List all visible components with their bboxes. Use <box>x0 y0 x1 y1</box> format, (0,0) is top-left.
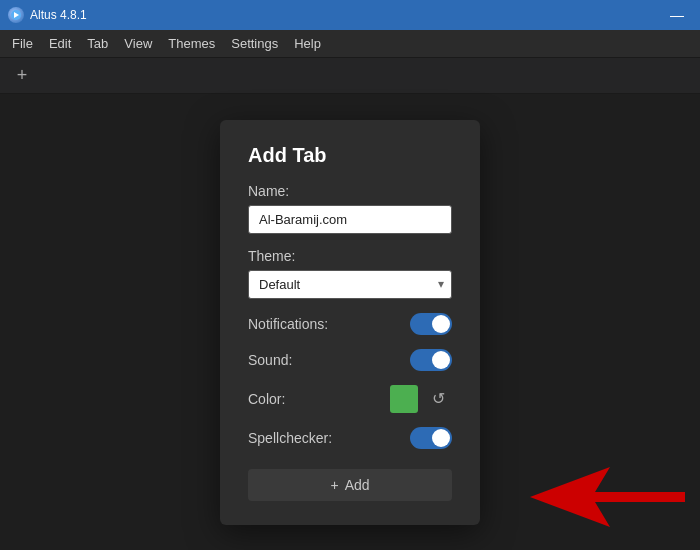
color-reset-button[interactable]: ↺ <box>424 385 452 413</box>
menu-tab[interactable]: Tab <box>79 32 116 55</box>
color-row: Color: ↺ <box>248 385 452 413</box>
menu-view[interactable]: View <box>116 32 160 55</box>
sound-toggle[interactable] <box>410 349 452 371</box>
title-bar-controls: — <box>662 0 692 30</box>
notifications-toggle-thumb <box>432 315 450 333</box>
spellchecker-toggle-thumb <box>432 429 450 447</box>
theme-label: Theme: <box>248 248 452 264</box>
svg-marker-2 <box>530 467 685 527</box>
title-bar-left: Altus 4.8.1 <box>8 7 87 23</box>
add-button[interactable]: + Add <box>248 469 452 501</box>
sound-toggle-thumb <box>432 351 450 369</box>
name-input[interactable] <box>248 205 452 234</box>
spellchecker-row: Spellchecker: <box>248 427 452 449</box>
theme-select-wrapper: Default Dark Light ▾ <box>248 270 452 299</box>
name-label: Name: <box>248 183 452 199</box>
notifications-toggle[interactable] <box>410 313 452 335</box>
color-label: Color: <box>248 391 285 407</box>
add-button-icon: + <box>330 477 338 493</box>
menu-themes[interactable]: Themes <box>160 32 223 55</box>
menu-file[interactable]: File <box>4 32 41 55</box>
new-tab-button[interactable]: + <box>8 62 36 90</box>
theme-select[interactable]: Default Dark Light <box>248 270 452 299</box>
main-content: Add Tab Name: Theme: Default Dark Light … <box>0 94 700 550</box>
color-controls: ↺ <box>390 385 452 413</box>
menu-help[interactable]: Help <box>286 32 329 55</box>
add-tab-dialog: Add Tab Name: Theme: Default Dark Light … <box>220 120 480 525</box>
sound-row: Sound: <box>248 349 452 371</box>
dialog-title: Add Tab <box>248 144 452 167</box>
notifications-row: Notifications: <box>248 313 452 335</box>
spellchecker-toggle[interactable] <box>410 427 452 449</box>
menu-settings[interactable]: Settings <box>223 32 286 55</box>
app-icon <box>8 7 24 23</box>
theme-group: Theme: Default Dark Light ▾ <box>248 248 452 299</box>
name-group: Name: <box>248 183 452 234</box>
app-title: Altus 4.8.1 <box>30 8 87 22</box>
tab-bar: + <box>0 58 700 94</box>
menu-bar: File Edit Tab View Themes Settings Help <box>0 30 700 58</box>
color-swatch[interactable] <box>390 385 418 413</box>
spellchecker-label: Spellchecker: <box>248 430 332 446</box>
notifications-label: Notifications: <box>248 316 328 332</box>
red-arrow-annotation <box>530 467 690 530</box>
minimize-button[interactable]: — <box>662 0 692 30</box>
sound-label: Sound: <box>248 352 292 368</box>
title-bar: Altus 4.8.1 — <box>0 0 700 30</box>
add-button-label: Add <box>345 477 370 493</box>
menu-edit[interactable]: Edit <box>41 32 79 55</box>
